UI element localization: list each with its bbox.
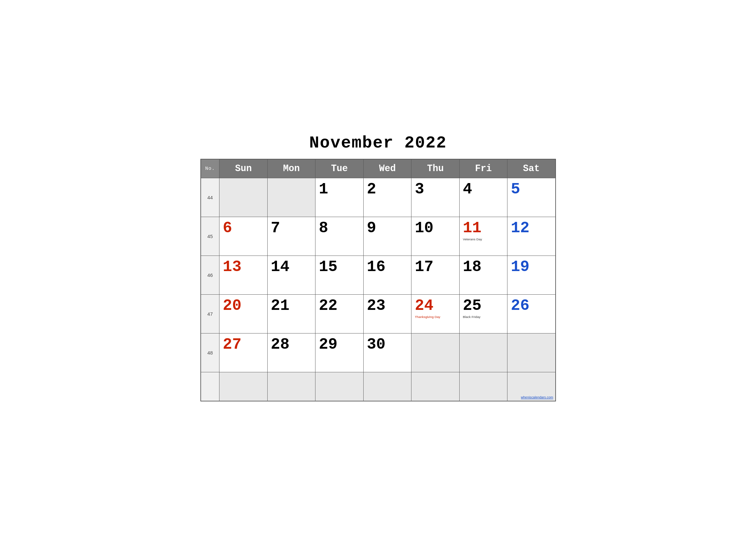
day-number: 17 bbox=[415, 258, 433, 276]
day-cell bbox=[412, 333, 460, 372]
day-number: 21 bbox=[271, 297, 290, 314]
week-number: 45 bbox=[201, 217, 220, 256]
day-cell bbox=[459, 333, 507, 372]
day-cell: 30 bbox=[363, 333, 412, 372]
week-number bbox=[201, 372, 220, 401]
day-cell: 23 bbox=[363, 294, 412, 333]
header-thu: Thu bbox=[412, 159, 460, 178]
day-number: 18 bbox=[463, 258, 482, 276]
day-cell: 11Veterans Day bbox=[459, 217, 507, 256]
day-number: 14 bbox=[271, 258, 290, 276]
day-number: 25 bbox=[463, 297, 482, 314]
day-cell bbox=[412, 372, 460, 401]
day-cell: wheniscalendars.com bbox=[507, 372, 555, 401]
day-cell: 27 bbox=[220, 333, 268, 372]
header-wed: Wed bbox=[363, 159, 412, 178]
day-number: 16 bbox=[367, 258, 386, 276]
header-sat: Sat bbox=[507, 159, 555, 178]
calendar-table: No. Sun Mon Tue Wed Thu Fri Sat 44123454… bbox=[201, 159, 556, 402]
week-number: 48 bbox=[201, 333, 220, 372]
day-number: 2 bbox=[367, 181, 376, 198]
day-number: 29 bbox=[319, 336, 338, 353]
day-cell: 14 bbox=[267, 256, 315, 294]
header-tue: Tue bbox=[315, 159, 364, 178]
day-number: 5 bbox=[511, 181, 520, 198]
week-row: 472021222324Thanksgiving Day25Black Frid… bbox=[201, 294, 555, 333]
day-number: 28 bbox=[271, 336, 290, 353]
day-cell: 13 bbox=[220, 256, 268, 294]
day-number: 24 bbox=[415, 297, 433, 314]
header-sun: Sun bbox=[220, 159, 268, 178]
day-cell: 26 bbox=[507, 294, 555, 333]
day-cell: 24Thanksgiving Day bbox=[412, 294, 460, 333]
holiday-label: Black Friday bbox=[463, 315, 504, 319]
day-cell bbox=[315, 372, 364, 401]
holiday-label: Veterans Day bbox=[463, 238, 504, 241]
day-number: 20 bbox=[223, 297, 241, 314]
day-cell bbox=[267, 372, 315, 401]
day-number: 8 bbox=[319, 219, 328, 237]
day-cell: 21 bbox=[267, 294, 315, 333]
day-number: 12 bbox=[511, 219, 529, 237]
week-row: wheniscalendars.com bbox=[201, 372, 555, 401]
day-number: 27 bbox=[223, 336, 241, 353]
day-cell: 20 bbox=[220, 294, 268, 333]
day-cell: 15 bbox=[315, 256, 364, 294]
day-number: 7 bbox=[271, 219, 280, 237]
day-cell bbox=[363, 372, 412, 401]
calendar-container: November 2022 No. Sun Mon Tue Wed Thu Fr… bbox=[201, 134, 556, 402]
watermark[interactable]: wheniscalendars.com bbox=[521, 396, 554, 399]
day-cell: 9 bbox=[363, 217, 412, 256]
week-row: 4567891011Veterans Day12 bbox=[201, 217, 555, 256]
week-row: 4613141516171819 bbox=[201, 256, 555, 294]
day-number: 4 bbox=[463, 181, 472, 198]
day-number: 9 bbox=[367, 219, 376, 237]
week-number: 46 bbox=[201, 256, 220, 294]
day-cell: 7 bbox=[267, 217, 315, 256]
day-cell: 1 bbox=[315, 178, 364, 217]
holiday-label: Thanksgiving Day bbox=[415, 315, 456, 319]
day-number: 13 bbox=[223, 258, 241, 276]
day-cell: 28 bbox=[267, 333, 315, 372]
day-cell: 19 bbox=[507, 256, 555, 294]
day-cell: 8 bbox=[315, 217, 364, 256]
header-fri: Fri bbox=[459, 159, 507, 178]
day-cell bbox=[267, 178, 315, 217]
calendar-title: November 2022 bbox=[201, 134, 556, 152]
day-cell: 10 bbox=[412, 217, 460, 256]
day-cell: 2 bbox=[363, 178, 412, 217]
day-cell bbox=[220, 178, 268, 217]
day-number: 10 bbox=[415, 219, 433, 237]
day-cell: 3 bbox=[412, 178, 460, 217]
week-number: 44 bbox=[201, 178, 220, 217]
day-number: 30 bbox=[367, 336, 386, 353]
day-cell: 4 bbox=[459, 178, 507, 217]
day-number: 26 bbox=[511, 297, 529, 314]
header-row: No. Sun Mon Tue Wed Thu Fri Sat bbox=[201, 159, 555, 178]
week-number: 47 bbox=[201, 294, 220, 333]
day-number: 3 bbox=[415, 181, 424, 198]
day-number: 22 bbox=[319, 297, 338, 314]
day-cell bbox=[459, 372, 507, 401]
day-cell: 22 bbox=[315, 294, 364, 333]
day-cell: 25Black Friday bbox=[459, 294, 507, 333]
day-cell: 5 bbox=[507, 178, 555, 217]
day-cell: 18 bbox=[459, 256, 507, 294]
week-row: 4827282930 bbox=[201, 333, 555, 372]
week-row: 4412345 bbox=[201, 178, 555, 217]
day-cell: 17 bbox=[412, 256, 460, 294]
day-number: 23 bbox=[367, 297, 386, 314]
day-number: 15 bbox=[319, 258, 338, 276]
day-cell: 29 bbox=[315, 333, 364, 372]
day-number: 1 bbox=[319, 181, 328, 198]
day-cell bbox=[220, 372, 268, 401]
header-mon: Mon bbox=[267, 159, 315, 178]
day-cell bbox=[507, 333, 555, 372]
day-cell: 16 bbox=[363, 256, 412, 294]
day-number: 11 bbox=[463, 219, 482, 237]
day-number: 6 bbox=[223, 219, 232, 237]
day-number: 19 bbox=[511, 258, 529, 276]
day-cell: 12 bbox=[507, 217, 555, 256]
day-cell: 6 bbox=[220, 217, 268, 256]
header-no: No. bbox=[201, 159, 220, 178]
